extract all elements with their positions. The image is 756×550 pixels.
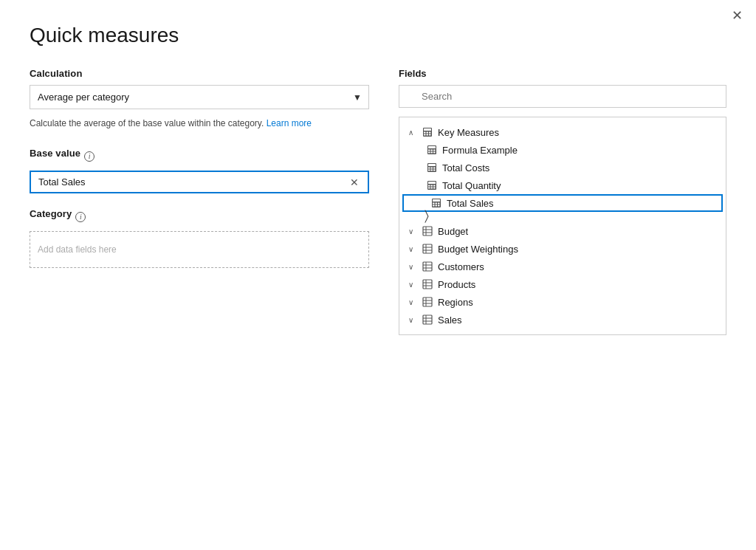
- svg-rect-40: [423, 227, 432, 236]
- calculation-select-wrapper: Average per category Sum Count Max Min ▼: [30, 85, 369, 109]
- chevron-key-measures: ∧: [408, 128, 417, 137]
- calc-icon-total-sales: [430, 197, 442, 209]
- calc-icon-formula-example: [426, 144, 438, 156]
- svg-rect-10: [428, 150, 430, 151]
- base-value-label-row: Base value i: [30, 148, 369, 165]
- tree-item-sales[interactable]: ∨ Sales: [399, 311, 726, 329]
- svg-rect-2: [424, 132, 426, 134]
- tree-label-total-sales: Total Sales: [447, 198, 494, 209]
- table-icon-budget: [422, 225, 433, 237]
- table-icon-regions: [422, 296, 433, 308]
- calculation-description: Calculate the average of the base value …: [30, 117, 369, 130]
- svg-rect-11: [431, 150, 433, 151]
- tree-label-sales: Sales: [438, 314, 462, 326]
- calculation-select[interactable]: Average per category Sum Count Max Min: [30, 85, 369, 109]
- calc-icon-total-quantity: [426, 179, 438, 191]
- svg-rect-44: [423, 244, 432, 253]
- svg-rect-12: [433, 150, 436, 151]
- tree-label-regions: Regions: [438, 297, 473, 308]
- tree-item-regions[interactable]: ∨ Regions: [399, 293, 726, 311]
- table-icon-sales: [422, 314, 433, 326]
- tree-item-budget[interactable]: ∨ Budget: [399, 222, 726, 240]
- tree-label-formula-example: Formula Example: [442, 145, 518, 156]
- chevron-products: ∨: [408, 281, 417, 289]
- svg-rect-39: [438, 205, 440, 207]
- dialog-title: Quick measures: [30, 24, 726, 47]
- base-value-field[interactable]: Total Sales ✕: [30, 171, 369, 193]
- category-label-row: Category i: [30, 208, 369, 225]
- svg-rect-36: [438, 203, 440, 204]
- tree-label-key-measures: Key Measures: [438, 127, 499, 138]
- search-wrapper: ☌: [399, 85, 726, 112]
- base-value-text: Total Sales: [38, 176, 86, 188]
- tree-item-total-costs[interactable]: Total Costs: [399, 159, 726, 176]
- category-drop-zone[interactable]: Add data fields here: [30, 231, 369, 268]
- tree-item-total-quantity[interactable]: Total Quantity: [399, 176, 726, 194]
- tree-label-budget-weightings: Budget Weightings: [438, 244, 518, 255]
- svg-rect-7: [429, 134, 431, 136]
- tree-item-customers[interactable]: ∨ Customers: [399, 258, 726, 275]
- calc-icon-key-measures: [422, 126, 433, 138]
- tree-label-total-quantity: Total Quantity: [442, 180, 501, 191]
- svg-rect-17: [428, 164, 436, 166]
- base-value-info-icon: i: [84, 151, 94, 162]
- tree-item-budget-weightings[interactable]: ∨ Budget Weightings: [399, 240, 726, 258]
- svg-rect-15: [433, 152, 436, 154]
- table-icon-customers: [422, 261, 433, 272]
- calc-icon-total-costs: [426, 162, 438, 173]
- table-icon-products: [422, 278, 433, 290]
- clear-base-value-button[interactable]: ✕: [348, 177, 360, 188]
- svg-rect-20: [433, 168, 436, 169]
- search-input[interactable]: [399, 85, 726, 108]
- table-icon-budget-weightings: [422, 243, 433, 255]
- tree-item-total-sales[interactable]: Total Sales 〉: [402, 194, 723, 212]
- svg-rect-19: [431, 168, 433, 169]
- tree-item-products[interactable]: ∨ Products: [399, 275, 726, 293]
- svg-rect-25: [428, 182, 436, 184]
- chevron-budget: ∨: [408, 227, 417, 236]
- svg-rect-33: [433, 199, 440, 202]
- svg-rect-4: [429, 132, 431, 134]
- svg-rect-60: [423, 315, 432, 324]
- svg-rect-30: [431, 188, 433, 189]
- svg-rect-5: [424, 134, 426, 136]
- svg-rect-29: [428, 188, 430, 189]
- quick-measures-dialog: ✕ Quick measures Calculation Average per…: [0, 0, 756, 550]
- category-info-icon: i: [75, 212, 86, 222]
- svg-rect-14: [431, 152, 433, 154]
- learn-more-link[interactable]: Learn more: [267, 118, 312, 128]
- tree-label-customers: Customers: [438, 261, 484, 272]
- svg-rect-56: [423, 298, 432, 306]
- chevron-sales: ∨: [408, 316, 417, 324]
- tree-item-key-measures[interactable]: ∧ Key Measures: [399, 123, 726, 141]
- svg-rect-48: [423, 262, 432, 271]
- svg-rect-6: [427, 134, 429, 136]
- svg-rect-31: [433, 188, 436, 189]
- svg-rect-37: [433, 205, 435, 207]
- right-column: Fields ☌ ∧: [399, 68, 726, 335]
- fields-tree: ∧ Key Measures: [399, 117, 726, 335]
- category-placeholder: Add data fields here: [38, 244, 117, 255]
- svg-rect-13: [428, 152, 430, 154]
- svg-rect-26: [428, 185, 430, 187]
- calculation-label: Calculation: [30, 68, 369, 79]
- svg-rect-52: [423, 280, 432, 289]
- svg-rect-3: [427, 132, 429, 134]
- tree-label-total-costs: Total Costs: [442, 162, 489, 173]
- svg-rect-38: [436, 205, 438, 207]
- svg-rect-9: [428, 146, 436, 148]
- svg-rect-18: [428, 168, 430, 169]
- drag-cursor-icon: 〉: [425, 208, 429, 224]
- svg-rect-35: [436, 203, 438, 204]
- chevron-customers: ∨: [408, 263, 417, 271]
- category-label: Category: [30, 208, 72, 219]
- svg-rect-34: [433, 203, 435, 204]
- svg-rect-1: [424, 128, 431, 131]
- chevron-regions: ∨: [408, 298, 417, 306]
- svg-rect-27: [431, 185, 433, 187]
- close-button[interactable]: ✕: [732, 9, 743, 22]
- tree-item-formula-example[interactable]: Formula Example: [399, 141, 726, 159]
- svg-rect-22: [431, 170, 433, 171]
- svg-rect-21: [428, 170, 430, 171]
- svg-rect-23: [433, 170, 436, 171]
